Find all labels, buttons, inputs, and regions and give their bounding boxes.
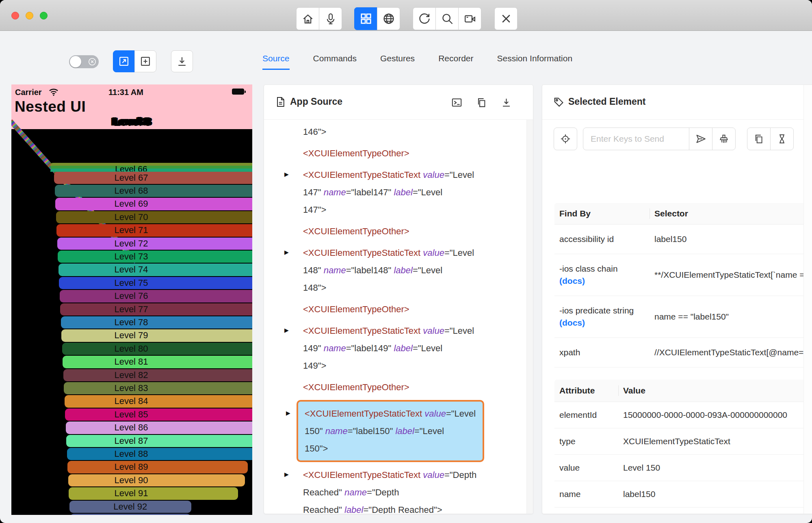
attribute-name: value xyxy=(554,463,623,473)
globe-button[interactable] xyxy=(377,7,400,30)
device-screenshot[interactable]: Carrier 11:31 AM Nested UI Level 8 Level… xyxy=(11,84,252,515)
globe-icon xyxy=(383,13,395,25)
level-bar[interactable]: Level 72 xyxy=(57,238,253,250)
traffic-light-close[interactable] xyxy=(11,12,19,19)
terminal-icon[interactable] xyxy=(451,97,462,108)
level-bar[interactable]: Level 73 xyxy=(58,251,252,263)
expand-arrow-icon[interactable]: ▶ xyxy=(286,410,290,416)
column-header: Selector xyxy=(654,209,688,218)
tab-recorder[interactable]: Recorder xyxy=(438,54,473,70)
send-icon xyxy=(695,134,706,144)
level-bar[interactable]: Level 69 xyxy=(55,198,252,210)
level-bar[interactable]: Level 86 xyxy=(66,421,253,434)
source-tree-node[interactable]: 146"> xyxy=(264,123,526,140)
level-bar[interactable]: Level 88 xyxy=(67,448,253,460)
source-tree-node[interactable]: <XCUIElementTypeOther> xyxy=(264,145,526,162)
source-tree-node[interactable]: <XCUIElementTypeOther> xyxy=(264,300,526,318)
level-bar-label: Level 81 xyxy=(63,357,200,367)
find-by-selector: label150 xyxy=(654,234,804,244)
level-bar[interactable]: Level 85 xyxy=(65,408,252,421)
level-bar[interactable]: Level 76 xyxy=(60,290,253,303)
app-source-actions xyxy=(451,97,512,108)
source-tree-node[interactable]: <XCUIElementTypeOther> xyxy=(264,378,526,396)
level-bar-label: Level 67 xyxy=(54,173,208,183)
source-scrollbar[interactable] xyxy=(526,120,533,514)
swipe-coordinates-button[interactable] xyxy=(134,50,156,72)
level-bar[interactable]: Level 89 xyxy=(67,461,248,473)
find-by-strategy: -ios predicate string(docs) xyxy=(554,306,654,328)
level-bar[interactable]: Level 91 xyxy=(69,487,238,500)
attribute-name: type xyxy=(554,437,623,446)
tab-commands[interactable]: Commands xyxy=(313,54,357,70)
source-tree-node[interactable]: ▶<XCUIElementTypeStaticText value="Level… xyxy=(264,166,526,218)
level-bar[interactable]: Level 71 xyxy=(56,224,252,237)
docs-link[interactable]: (docs) xyxy=(559,318,654,328)
video-camera-icon xyxy=(464,13,476,25)
find-by-strategy: xpath xyxy=(554,348,654,357)
send-keys-button[interactable] xyxy=(689,128,712,150)
level-bar[interactable]: Level 77 xyxy=(60,303,252,316)
source-tree-node[interactable]: ▶<XCUIElementTypeStaticText value="Level… xyxy=(264,244,526,296)
level-bar[interactable]: Level 90 xyxy=(68,474,245,487)
source-line: <XCUIElementTypeStaticText value="Level xyxy=(303,166,526,184)
source-tree-node[interactable]: <XCUIElementTypeOther> xyxy=(264,223,526,240)
clear-button[interactable] xyxy=(712,128,736,150)
level-bar[interactable]: Level 75 xyxy=(59,277,252,290)
copy-attributes-button[interactable] xyxy=(747,128,771,150)
element-actions-row xyxy=(554,128,794,150)
screen-record-button[interactable] xyxy=(458,7,481,30)
level-bar[interactable]: Level 68 xyxy=(55,185,253,197)
level-bar[interactable]: Level 80 xyxy=(62,343,253,355)
level-bar[interactable]: Level 79 xyxy=(61,329,252,342)
file-text-icon xyxy=(275,96,286,108)
source-line: <XCUIElementTypeStaticText value="Depth xyxy=(303,466,526,484)
source-tree-node[interactable]: ▶<XCUIElementTypeStaticText value="Level… xyxy=(264,322,526,374)
level-bar-label: Level 85 xyxy=(65,409,197,420)
source-line: 147" name="label147" label="Level xyxy=(303,184,526,201)
home-button[interactable] xyxy=(296,7,319,30)
selected-element-scrollbar[interactable] xyxy=(803,85,812,514)
locate-element-button[interactable] xyxy=(554,128,577,150)
tab-session-information[interactable]: Session Information xyxy=(497,54,573,70)
level-bar[interactable]: Level 92 xyxy=(69,501,192,513)
expand-arrow-icon[interactable]: ▶ xyxy=(284,327,289,333)
microphone-button[interactable] xyxy=(319,7,342,30)
copy-icon[interactable] xyxy=(476,97,487,108)
level-bar[interactable]: Level 83 xyxy=(64,382,252,395)
level-bar[interactable]: Level 74 xyxy=(58,264,253,276)
expand-arrow-icon[interactable]: ▶ xyxy=(284,249,289,255)
apps-grid-button[interactable] xyxy=(354,7,377,30)
crosshair-icon xyxy=(560,134,571,144)
traffic-light-minimize[interactable] xyxy=(26,12,33,19)
level-bar[interactable]: Level 82 xyxy=(63,369,253,382)
refresh-button[interactable] xyxy=(413,7,436,30)
level-bar[interactable]: Level 84 xyxy=(65,395,253,408)
level-bar[interactable]: Level 81 xyxy=(63,356,252,368)
source-tree-node-selected[interactable]: ▶<XCUIElementTypeStaticText value="Level… xyxy=(297,400,484,462)
source-line: 146"> xyxy=(303,123,526,140)
level-bar[interactable]: Level 67 xyxy=(54,172,252,184)
source-tree-node[interactable]: ▶<XCUIElementTypeStaticText value="Depth… xyxy=(264,466,526,514)
expand-arrow-icon[interactable]: ▶ xyxy=(284,171,289,177)
level-bar[interactable]: Level 70 xyxy=(56,211,253,224)
hourglass-button[interactable] xyxy=(770,128,794,150)
search-button[interactable] xyxy=(435,7,459,30)
source-line: <XCUIElementTypeStaticText value="Level xyxy=(303,322,526,339)
element-selection-toggle[interactable] xyxy=(69,55,99,68)
download-screenshot-button[interactable] xyxy=(171,50,193,72)
select-elements-button[interactable] xyxy=(113,50,135,72)
level-bar[interactable]: Level 78 xyxy=(61,316,253,329)
quit-session-button[interactable] xyxy=(494,7,518,30)
expand-arrow-icon[interactable]: ▶ xyxy=(284,471,289,478)
traffic-light-zoom[interactable] xyxy=(40,12,48,19)
level-bar-label: Level 84 xyxy=(65,396,198,406)
selected-element-body: Find BySelectoraccessibility idlabel150-… xyxy=(542,120,804,514)
source-line: Reached" label="Depth Reached"> xyxy=(303,501,526,514)
send-keys-input[interactable] xyxy=(583,128,689,150)
docs-link[interactable]: (docs) xyxy=(559,276,654,286)
tab-gestures[interactable]: Gestures xyxy=(380,54,415,70)
app-source-title: App Source xyxy=(290,96,342,107)
tab-source[interactable]: Source xyxy=(262,54,290,70)
download-source-icon[interactable] xyxy=(501,97,512,108)
level-bar[interactable]: Level 87 xyxy=(66,435,252,447)
